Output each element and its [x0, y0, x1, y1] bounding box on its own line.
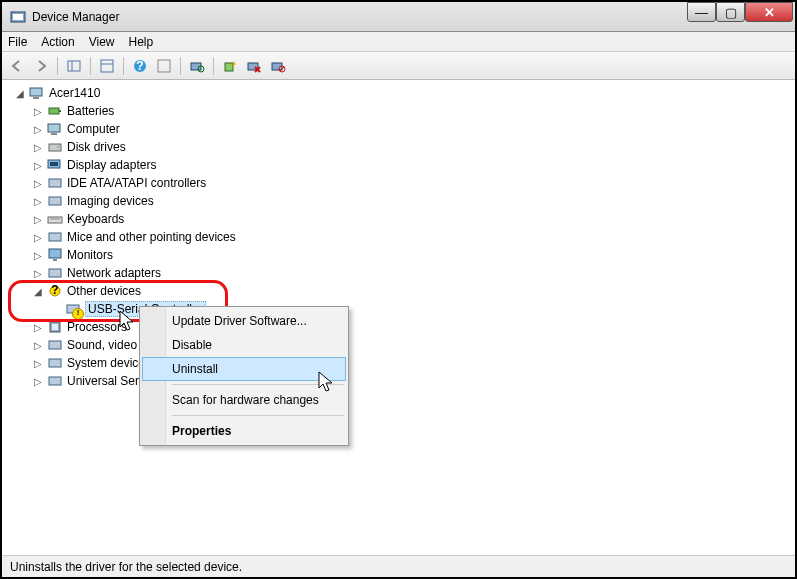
computer-icon	[29, 85, 45, 101]
svg-rect-26	[49, 179, 61, 187]
ctx-item-label: Disable	[172, 338, 212, 352]
tree-category[interactable]: ▷Imaging devices	[2, 192, 795, 210]
category-label: Monitors	[67, 248, 113, 262]
svg-rect-11	[225, 63, 233, 71]
category-icon	[47, 265, 63, 281]
expand-icon[interactable]: ▷	[32, 213, 44, 225]
tree-category[interactable]: ▷Universal Serial Bus controllers	[2, 372, 795, 390]
tree-category[interactable]: ◢?Other devices	[2, 282, 795, 300]
window-title: Device Manager	[32, 10, 795, 24]
ctx-item-label: Properties	[172, 424, 231, 438]
svg-rect-36	[67, 305, 79, 313]
tree-category[interactable]: ▷Mice and other pointing devices	[2, 228, 795, 246]
ctx-disable[interactable]: Disable	[142, 333, 346, 357]
tree-root[interactable]: ◢ Acer1410	[2, 84, 795, 102]
tree-category[interactable]: ▷Monitors	[2, 246, 795, 264]
svg-rect-17	[33, 97, 39, 99]
expand-icon[interactable]: ▷	[32, 195, 44, 207]
show-hide-button[interactable]	[63, 55, 85, 77]
tree-category[interactable]: ▷IDE ATA/ATAPI controllers	[2, 174, 795, 192]
expand-icon[interactable]: ▷	[32, 375, 44, 387]
expand-icon[interactable]: ◢	[14, 87, 26, 99]
title-bar: Device Manager — ▢ ✕	[2, 2, 795, 32]
maximize-button[interactable]: ▢	[716, 2, 745, 22]
ctx-update-driver[interactable]: Update Driver Software...	[142, 309, 346, 333]
category-icon	[47, 229, 63, 245]
svg-rect-28	[48, 217, 62, 223]
tree-category[interactable]: ▷Batteries	[2, 102, 795, 120]
device-tree[interactable]: ◢ Acer1410 ▷Batteries▷Computer▷Disk driv…	[2, 80, 795, 555]
svg-rect-27	[49, 197, 61, 205]
close-button[interactable]: ✕	[745, 2, 793, 22]
expand-icon[interactable]: ▷	[32, 177, 44, 189]
tree-category[interactable]: ▷Display adapters	[2, 156, 795, 174]
expand-icon[interactable]: ▷	[32, 159, 44, 171]
ctx-uninstall[interactable]: Uninstall	[142, 357, 346, 381]
expand-icon[interactable]: ▷	[32, 123, 44, 135]
ctx-separator	[172, 384, 344, 385]
menu-action[interactable]: Action	[41, 35, 74, 49]
toolbar: ?	[2, 52, 795, 80]
svg-rect-22	[49, 144, 61, 151]
svg-rect-4	[101, 60, 113, 72]
expand-icon[interactable]: ▷	[32, 321, 44, 333]
svg-rect-40	[49, 359, 61, 367]
tree-category[interactable]: ▷Sound, video and game controllers	[2, 336, 795, 354]
expand-icon[interactable]: ▷	[32, 249, 44, 261]
expand-icon[interactable]: ▷	[32, 357, 44, 369]
category-label: Mice and other pointing devices	[67, 230, 236, 244]
update-driver-button[interactable]	[219, 55, 241, 77]
svg-text:?: ?	[51, 283, 58, 297]
expand-icon[interactable]: ▷	[32, 339, 44, 351]
svg-rect-21	[51, 133, 57, 135]
back-button[interactable]	[6, 55, 28, 77]
forward-button[interactable]	[30, 55, 52, 77]
expand-icon[interactable]: ◢	[32, 285, 44, 297]
ctx-scan-hardware[interactable]: Scan for hardware changes	[142, 388, 346, 412]
svg-rect-32	[53, 259, 57, 261]
device-icon	[65, 301, 81, 317]
uninstall-button[interactable]	[243, 55, 265, 77]
tree-category[interactable]: ▷Disk drives	[2, 138, 795, 156]
category-icon	[47, 337, 63, 353]
ctx-separator	[172, 415, 344, 416]
menu-view[interactable]: View	[89, 35, 115, 49]
svg-rect-30	[49, 233, 61, 241]
category-label: Batteries	[67, 104, 114, 118]
category-label: Display adapters	[67, 158, 156, 172]
menu-help[interactable]: Help	[129, 35, 154, 49]
action-button[interactable]	[153, 55, 175, 77]
expand-icon[interactable]: ▷	[32, 267, 44, 279]
svg-rect-18	[49, 108, 59, 114]
ctx-item-label: Uninstall	[172, 362, 218, 376]
svg-rect-20	[48, 124, 60, 132]
tree-device[interactable]: USB-Serial Controller	[2, 300, 795, 318]
tree-category[interactable]: ▷Processors	[2, 318, 795, 336]
ctx-properties[interactable]: Properties	[142, 419, 346, 443]
minimize-button[interactable]: —	[687, 2, 716, 22]
category-icon	[47, 211, 63, 227]
category-label: Computer	[67, 122, 120, 136]
tree-category[interactable]: ▷Computer	[2, 120, 795, 138]
svg-rect-2	[68, 61, 80, 71]
status-bar: Uninstalls the driver for the selected d…	[2, 555, 795, 577]
category-icon	[47, 373, 63, 389]
tree-category[interactable]: ▷Keyboards	[2, 210, 795, 228]
expand-icon[interactable]: ▷	[32, 141, 44, 153]
root-label: Acer1410	[49, 86, 100, 100]
context-menu: Update Driver Software... Disable Uninst…	[139, 306, 349, 446]
disable-button[interactable]	[267, 55, 289, 77]
scan-button[interactable]	[186, 55, 208, 77]
svg-rect-16	[30, 88, 42, 96]
svg-point-23	[57, 146, 59, 148]
properties-button[interactable]	[96, 55, 118, 77]
tree-category[interactable]: ▷Network adapters	[2, 264, 795, 282]
help-button[interactable]: ?	[129, 55, 151, 77]
svg-text:?: ?	[136, 59, 143, 73]
menu-file[interactable]: File	[8, 35, 27, 49]
tree-category[interactable]: ▷System devices	[2, 354, 795, 372]
expand-icon[interactable]: ▷	[32, 105, 44, 117]
svg-rect-1	[13, 14, 23, 20]
expand-icon[interactable]: ▷	[32, 231, 44, 243]
category-label: Imaging devices	[67, 194, 154, 208]
